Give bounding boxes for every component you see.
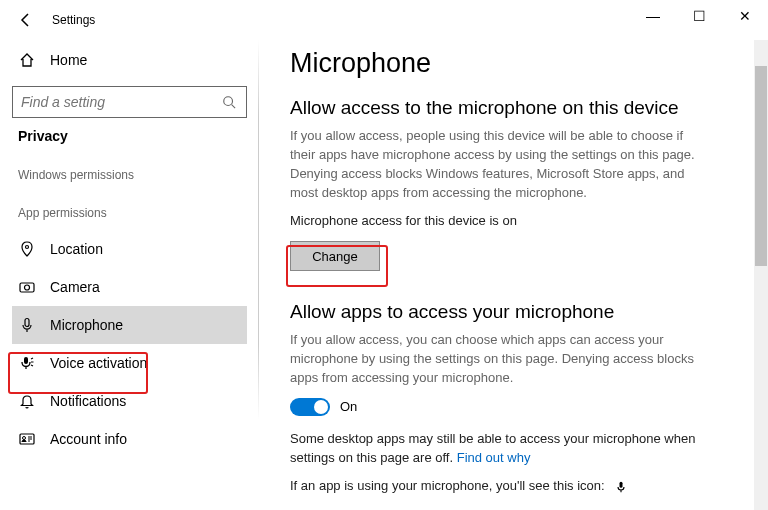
home-icon: [18, 51, 36, 69]
svg-rect-8: [620, 482, 623, 488]
voice-activation-icon: [18, 354, 36, 372]
section1-heading: Allow access to the microphone on this d…: [290, 97, 738, 119]
windows-permissions-label: Windows permissions: [18, 168, 241, 182]
home-nav[interactable]: Home: [12, 40, 247, 80]
sidebar-item-label: Microphone: [50, 317, 123, 333]
svg-rect-2: [20, 283, 34, 292]
scrollbar-thumb[interactable]: [755, 66, 767, 266]
search-field[interactable]: [21, 94, 220, 110]
svg-point-0: [224, 97, 233, 106]
scrollbar[interactable]: [754, 40, 768, 510]
change-button[interactable]: Change: [290, 241, 380, 271]
sidebar-item-label: Location: [50, 241, 103, 257]
svg-point-7: [23, 437, 26, 440]
sidebar-item-microphone[interactable]: Microphone: [12, 306, 247, 344]
sidebar-item-label: Notifications: [50, 393, 126, 409]
svg-rect-5: [24, 357, 28, 364]
window-title: Settings: [44, 13, 95, 27]
sidebar-item-account-info[interactable]: Account info: [12, 420, 247, 458]
home-label: Home: [50, 52, 87, 68]
section2-body: If you allow access, you can choose whic…: [290, 331, 710, 388]
account-info-icon: [18, 430, 36, 448]
page-title: Microphone: [290, 48, 738, 79]
close-button[interactable]: ✕: [722, 0, 768, 32]
mic-indicator-icon: [612, 478, 630, 496]
desktop-apps-note: Some desktop apps may still be able to a…: [290, 430, 710, 468]
microphone-icon: [18, 316, 36, 334]
location-icon: [18, 240, 36, 258]
sidebar-item-notifications[interactable]: Notifications: [12, 382, 247, 420]
camera-icon: [18, 278, 36, 296]
maximize-button[interactable]: ☐: [676, 0, 722, 32]
svg-point-3: [25, 285, 30, 290]
toggle-label: On: [340, 399, 357, 414]
app-permissions-label: App permissions: [18, 206, 241, 220]
sidebar: Home Privacy Windows permissions App per…: [0, 40, 260, 510]
svg-point-1: [26, 246, 29, 249]
search-input[interactable]: [12, 86, 247, 118]
section2-heading: Allow apps to access your microphone: [290, 301, 738, 323]
find-out-why-link[interactable]: Find out why: [457, 450, 531, 465]
sidebar-item-label: Camera: [50, 279, 100, 295]
icon-note: If an app is using your microphone, you'…: [290, 477, 710, 496]
sidebar-item-label: Account info: [50, 431, 127, 447]
search-icon: [220, 93, 238, 111]
allow-apps-toggle[interactable]: [290, 398, 330, 416]
sidebar-item-camera[interactable]: Camera: [12, 268, 247, 306]
notifications-icon: [18, 392, 36, 410]
back-button[interactable]: [8, 2, 44, 38]
minimize-button[interactable]: —: [630, 0, 676, 32]
section1-body: If you allow access, people using this d…: [290, 127, 710, 202]
main-content: Microphone Allow access to the microphon…: [260, 40, 768, 510]
mic-access-status: Microphone access for this device is on: [290, 212, 710, 231]
svg-rect-4: [25, 319, 29, 327]
sidebar-item-label: Voice activation: [50, 355, 147, 371]
sidebar-item-location[interactable]: Location: [12, 230, 247, 268]
privacy-category: Privacy: [18, 128, 241, 144]
sidebar-item-voice-activation[interactable]: Voice activation: [12, 344, 247, 382]
